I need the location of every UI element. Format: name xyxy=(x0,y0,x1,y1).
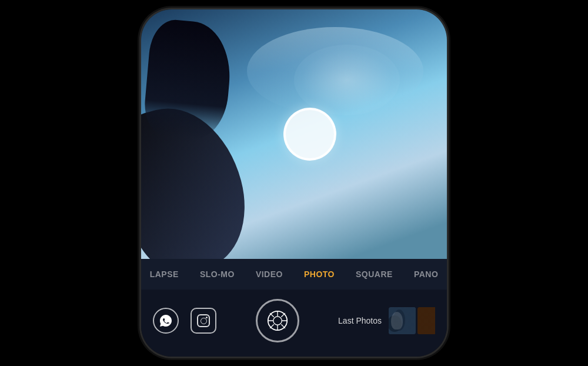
shutter-button[interactable] xyxy=(256,299,299,342)
mode-timelapse[interactable]: LAPSE xyxy=(141,267,189,281)
instagram-icon xyxy=(197,314,210,327)
photo-thumbnails[interactable] xyxy=(389,307,435,334)
mode-square[interactable]: SQUARE xyxy=(345,267,403,281)
camera-mode-bar: LAPSE SLO-MO VIDEO PHOTO SQUARE PANO xyxy=(141,259,447,290)
mode-photo[interactable]: PHOTO xyxy=(293,267,345,281)
svg-line-7 xyxy=(281,324,285,328)
water-highlight xyxy=(294,45,400,115)
aperture-icon xyxy=(267,310,288,331)
svg-line-6 xyxy=(270,313,274,317)
shutter-inner xyxy=(262,305,293,337)
svg-line-9 xyxy=(270,324,274,328)
mode-pano[interactable]: PANO xyxy=(403,267,447,281)
whatsapp-button[interactable] xyxy=(153,308,179,334)
last-photos-section: Last Photos xyxy=(338,307,435,334)
svg-point-1 xyxy=(273,317,281,325)
svg-line-8 xyxy=(281,313,285,317)
camera-controls-bar: Last Photos xyxy=(141,290,447,357)
whatsapp-icon xyxy=(159,314,173,328)
mode-slomo[interactable]: SLO-MO xyxy=(189,267,245,281)
last-photos-label: Last Photos xyxy=(338,316,382,325)
camera-viewfinder xyxy=(141,9,447,259)
capture-circle-preview xyxy=(283,108,336,161)
share-icons-group xyxy=(153,308,216,334)
instagram-button[interactable] xyxy=(191,308,216,334)
svg-rect-15 xyxy=(417,307,435,334)
thumbnail-2[interactable] xyxy=(417,307,435,334)
mode-video[interactable]: VIDEO xyxy=(245,267,293,281)
thumbnail-1[interactable] xyxy=(389,307,416,334)
svg-rect-13 xyxy=(389,307,416,334)
phone-frame: LAPSE SLO-MO VIDEO PHOTO SQUARE PANO xyxy=(141,9,447,357)
